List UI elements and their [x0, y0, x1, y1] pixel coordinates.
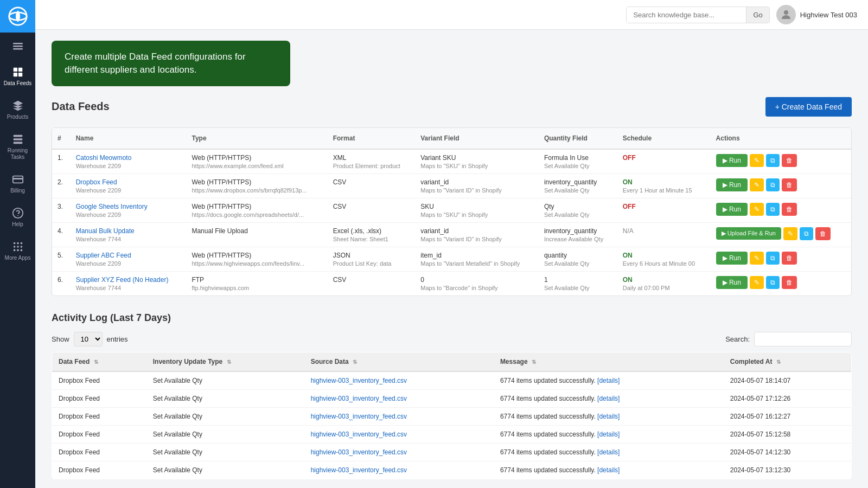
act-feed: Dropbox Feed — [52, 425, 146, 443]
details-link[interactable]: [details] — [597, 431, 620, 438]
run-button[interactable]: ▶ Run — [716, 203, 748, 216]
search-button[interactable]: Go — [746, 7, 769, 23]
act-source: highview-003_inventory_feed.csv — [304, 371, 494, 390]
row-format: JSON Product List Key: data — [328, 247, 416, 271]
run-button[interactable]: ▶ Run — [716, 178, 748, 191]
user-badge[interactable]: Highview Test 003 — [776, 5, 857, 24]
app-logo[interactable] — [0, 0, 35, 33]
act-col-source: Source Data ⇅ — [304, 352, 494, 371]
feed-name-link[interactable]: Dropbox Feed — [76, 178, 117, 186]
details-link[interactable]: [details] — [597, 466, 620, 474]
sidebar-item-data-feeds[interactable]: Data Feeds — [0, 60, 35, 93]
entries-select[interactable]: 10 25 50 — [74, 332, 103, 346]
activity-log-title: Activity Log (Last 7 Days) — [52, 312, 852, 324]
source-link[interactable]: highview-003_inventory_feed.csv — [311, 395, 407, 402]
details-link[interactable]: [details] — [597, 448, 620, 456]
delete-button[interactable]: 🗑 — [782, 178, 797, 191]
svg-point-25 — [784, 10, 788, 15]
row-format: Excel (.xls, .xlsx) Sheet Name: Sheet1 — [328, 222, 416, 247]
copy-button[interactable]: ⧉ — [800, 227, 813, 240]
source-link[interactable]: highview-003_inventory_feed.csv — [311, 431, 407, 438]
feed-variant-sub: Maps to "Variant Metafield" in Shopify — [420, 260, 533, 267]
col-header-name: Name — [71, 128, 187, 149]
feed-type: Web (HTTP/HTTPS) — [192, 178, 322, 186]
svg-point-15 — [17, 215, 18, 216]
run-button[interactable]: ▶ Run — [716, 276, 748, 289]
create-data-feed-button[interactable]: + Create Data Feed — [765, 97, 852, 117]
feed-name-link[interactable]: Supplier XYZ Feed (No Header) — [76, 276, 169, 284]
row-num: 3. — [52, 198, 71, 222]
details-link[interactable]: [details] — [597, 395, 620, 402]
feed-name-link[interactable]: Catoshi Meowmoto — [76, 154, 132, 162]
sidebar-item-label: Data Feeds — [4, 80, 32, 87]
row-type: FTP ftp.highviewapps.com — [186, 271, 327, 296]
sort-icon: ⇅ — [776, 359, 781, 365]
sidebar-item-help[interactable]: Help — [0, 201, 35, 234]
copy-button[interactable]: ⧉ — [766, 154, 780, 167]
table-row: 3. Google Sheets Inventory Warehouse 220… — [52, 198, 851, 222]
edit-button[interactable]: ✎ — [783, 227, 797, 240]
sidebar-item-billing[interactable]: Billing — [0, 167, 35, 201]
act-update-type: Set Available Qty — [146, 461, 304, 479]
svg-rect-11 — [13, 142, 22, 144]
act-update-type: Set Available Qty — [146, 443, 304, 461]
svg-rect-5 — [13, 68, 17, 72]
row-qty: quantity Set Available Qty — [539, 247, 617, 271]
source-link[interactable]: highview-003_inventory_feed.csv — [311, 413, 407, 420]
feed-type: Web (HTTP/HTTPS) — [192, 252, 322, 259]
feed-name-link[interactable]: Manual Bulk Update — [76, 227, 135, 235]
sidebar-item-more-apps[interactable]: More Apps — [0, 234, 35, 268]
source-link[interactable]: highview-003_inventory_feed.csv — [311, 448, 407, 456]
activity-row: Dropbox Feed Set Available Qty highview-… — [52, 461, 852, 479]
search-input[interactable] — [627, 7, 746, 23]
sidebar-item-label: Running Tasks — [3, 147, 33, 160]
delete-button[interactable]: 🗑 — [782, 276, 797, 289]
source-link[interactable]: highview-003_inventory_feed.csv — [311, 377, 407, 384]
copy-button[interactable]: ⧉ — [766, 203, 780, 216]
run-button[interactable]: ▶ Run — [716, 252, 748, 265]
sidebar-item-products[interactable]: Products — [0, 93, 35, 127]
row-schedule: N/A — [617, 222, 711, 247]
edit-button[interactable]: ✎ — [750, 252, 764, 265]
callout-text: Create multiple Data Feed configurations… — [65, 52, 246, 75]
details-link[interactable]: [details] — [597, 413, 620, 420]
sort-icon: ⇅ — [532, 359, 536, 365]
edit-button[interactable]: ✎ — [750, 178, 764, 191]
edit-button[interactable]: ✎ — [750, 154, 764, 167]
upload-run-button[interactable]: ▶ Upload File & Run — [716, 227, 781, 240]
copy-button[interactable]: ⧉ — [766, 178, 780, 191]
row-name: Supplier ABC Feed Warehouse 2209 — [71, 247, 187, 271]
details-link[interactable]: [details] — [597, 377, 620, 384]
copy-button[interactable]: ⧉ — [766, 252, 780, 265]
svg-point-22 — [13, 249, 15, 252]
row-num: 1. — [52, 149, 71, 174]
schedule-status: N/A — [623, 227, 634, 235]
feed-qty-field: inventory_quantity — [544, 227, 612, 235]
activity-row: Dropbox Feed Set Available Qty highview-… — [52, 371, 852, 390]
run-button[interactable]: ▶ Run — [716, 154, 748, 167]
feed-name-link[interactable]: Supplier ABC Feed — [76, 252, 131, 259]
edit-button[interactable]: ✎ — [750, 203, 764, 216]
source-link[interactable]: highview-003_inventory_feed.csv — [311, 466, 407, 474]
row-actions: ▶ Run✎⧉🗑 — [711, 247, 851, 271]
table-row: 1. Catoshi Meowmoto Warehouse 2209 Web (… — [52, 149, 851, 174]
table-row: 5. Supplier ABC Feed Warehouse 2209 Web … — [52, 247, 851, 271]
edit-button[interactable]: ✎ — [750, 276, 764, 289]
feed-format-sub: Product List Key: data — [333, 260, 410, 267]
hamburger-menu[interactable] — [0, 33, 35, 60]
sidebar-item-running-tasks[interactable]: Running Tasks — [0, 127, 35, 167]
delete-button[interactable]: 🗑 — [782, 252, 797, 265]
topbar: Go Highview Test 003 — [35, 0, 868, 30]
delete-button[interactable]: 🗑 — [815, 227, 831, 240]
feed-variant-field: item_id — [420, 252, 533, 259]
delete-button[interactable]: 🗑 — [782, 154, 797, 167]
col-header-variant: Variant Field — [415, 128, 539, 149]
search-log-input[interactable] — [754, 332, 852, 346]
act-message: 6774 items updated successfully. [detail… — [494, 461, 724, 479]
row-variant: SKU Maps to "SKU" in Shopify — [415, 198, 539, 222]
feed-name-link[interactable]: Google Sheets Inventory — [76, 203, 148, 210]
row-variant: variant_id Maps to "Variant ID" in Shopi… — [415, 222, 539, 247]
delete-button[interactable]: 🗑 — [782, 203, 797, 216]
act-completed: 2024-05-07 14:12:30 — [724, 443, 852, 461]
copy-button[interactable]: ⧉ — [766, 276, 780, 289]
